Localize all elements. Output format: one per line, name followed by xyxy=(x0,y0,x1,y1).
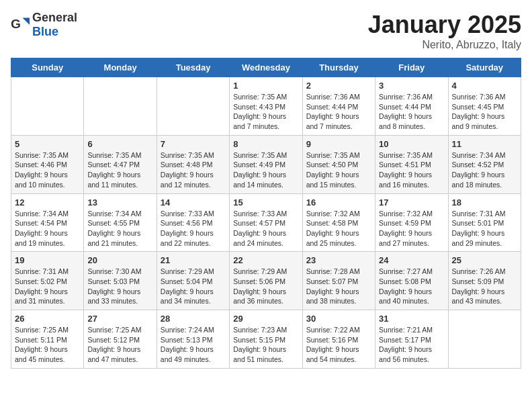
calendar-table: SundayMondayTuesdayWednesdayThursdayFrid… xyxy=(11,58,521,369)
calendar-day-22: 22Sunrise: 7:29 AMSunset: 5:06 PMDayligh… xyxy=(230,252,302,310)
calendar-day-4: 4Sunrise: 7:36 AMSunset: 4:45 PMDaylight… xyxy=(448,77,521,136)
day-number: 22 xyxy=(233,255,298,265)
title-area: January 2025 Nerito, Abruzzo, Italy xyxy=(368,11,521,51)
day-info: Sunrise: 7:36 AMSunset: 4:44 PMDaylight:… xyxy=(306,92,371,132)
day-info: Sunrise: 7:33 AMSunset: 4:57 PMDaylight:… xyxy=(233,209,298,248)
day-number: 5 xyxy=(15,139,80,149)
weekday-header-friday: Friday xyxy=(375,58,448,77)
day-info: Sunrise: 7:25 AMSunset: 5:12 PMDaylight:… xyxy=(87,325,152,365)
calendar-empty-cell xyxy=(448,310,521,369)
day-info: Sunrise: 7:31 AMSunset: 5:01 PMDaylight:… xyxy=(452,209,517,248)
calendar-day-16: 16Sunrise: 7:32 AMSunset: 4:58 PMDayligh… xyxy=(302,193,375,252)
day-number: 25 xyxy=(452,255,517,265)
day-info: Sunrise: 7:36 AMSunset: 4:45 PMDaylight:… xyxy=(452,92,517,132)
calendar-day-14: 14Sunrise: 7:33 AMSunset: 4:56 PMDayligh… xyxy=(157,193,229,252)
day-info: Sunrise: 7:33 AMSunset: 4:56 PMDaylight:… xyxy=(161,209,226,248)
logo-icon: G xyxy=(11,15,30,34)
svg-marker-1 xyxy=(23,18,30,26)
day-info: Sunrise: 7:32 AMSunset: 4:59 PMDaylight:… xyxy=(379,209,444,248)
calendar-day-30: 30Sunrise: 7:22 AMSunset: 5:16 PMDayligh… xyxy=(302,310,375,369)
weekday-header-sunday: Sunday xyxy=(11,58,84,77)
day-number: 6 xyxy=(87,139,152,149)
calendar-day-26: 26Sunrise: 7:25 AMSunset: 5:11 PMDayligh… xyxy=(11,310,84,369)
logo: G General Blue xyxy=(11,11,77,39)
day-number: 17 xyxy=(379,197,444,208)
day-info: Sunrise: 7:29 AMSunset: 5:06 PMDaylight:… xyxy=(233,267,298,306)
calendar-week-row: 26Sunrise: 7:25 AMSunset: 5:11 PMDayligh… xyxy=(11,310,521,369)
day-number: 1 xyxy=(233,81,298,91)
day-info: Sunrise: 7:34 AMSunset: 4:55 PMDaylight:… xyxy=(87,209,152,248)
calendar-empty-cell xyxy=(84,77,157,136)
month-title: January 2025 xyxy=(368,11,521,39)
weekday-header-row: SundayMondayTuesdayWednesdayThursdayFrid… xyxy=(11,58,521,77)
day-info: Sunrise: 7:35 AMSunset: 4:46 PMDaylight:… xyxy=(15,150,80,190)
day-info: Sunrise: 7:27 AMSunset: 5:08 PMDaylight:… xyxy=(379,267,444,306)
calendar-day-5: 5Sunrise: 7:35 AMSunset: 4:46 PMDaylight… xyxy=(11,135,84,193)
day-number: 19 xyxy=(15,255,80,265)
day-number: 8 xyxy=(233,139,298,149)
day-info: Sunrise: 7:28 AMSunset: 5:07 PMDaylight:… xyxy=(306,267,371,306)
day-info: Sunrise: 7:25 AMSunset: 5:11 PMDaylight:… xyxy=(15,325,80,365)
calendar-day-15: 15Sunrise: 7:33 AMSunset: 4:57 PMDayligh… xyxy=(230,193,302,252)
weekday-header-tuesday: Tuesday xyxy=(157,58,229,77)
calendar-day-29: 29Sunrise: 7:23 AMSunset: 5:15 PMDayligh… xyxy=(230,310,302,369)
day-number: 21 xyxy=(161,255,226,265)
day-info: Sunrise: 7:31 AMSunset: 5:02 PMDaylight:… xyxy=(15,267,80,306)
day-number: 28 xyxy=(161,314,226,324)
calendar-week-row: 19Sunrise: 7:31 AMSunset: 5:02 PMDayligh… xyxy=(11,252,521,310)
day-number: 26 xyxy=(15,314,80,324)
day-number: 4 xyxy=(452,81,517,91)
day-info: Sunrise: 7:34 AMSunset: 4:54 PMDaylight:… xyxy=(15,209,80,248)
calendar-day-23: 23Sunrise: 7:28 AMSunset: 5:07 PMDayligh… xyxy=(302,252,375,310)
calendar-day-12: 12Sunrise: 7:34 AMSunset: 4:54 PMDayligh… xyxy=(11,193,84,252)
day-number: 30 xyxy=(306,314,371,324)
day-number: 7 xyxy=(161,139,226,149)
day-info: Sunrise: 7:29 AMSunset: 5:04 PMDaylight:… xyxy=(161,267,226,306)
day-number: 18 xyxy=(452,197,517,208)
calendar-day-9: 9Sunrise: 7:35 AMSunset: 4:50 PMDaylight… xyxy=(302,135,375,193)
day-number: 15 xyxy=(233,197,298,208)
day-number: 9 xyxy=(306,139,371,149)
calendar-empty-cell xyxy=(157,77,229,136)
day-info: Sunrise: 7:24 AMSunset: 5:13 PMDaylight:… xyxy=(161,325,226,365)
calendar-day-7: 7Sunrise: 7:35 AMSunset: 4:48 PMDaylight… xyxy=(157,135,229,193)
calendar-day-27: 27Sunrise: 7:25 AMSunset: 5:12 PMDayligh… xyxy=(84,310,157,369)
weekday-header-thursday: Thursday xyxy=(302,58,375,77)
day-number: 11 xyxy=(452,139,517,149)
weekday-header-wednesday: Wednesday xyxy=(230,58,302,77)
location-title: Nerito, Abruzzo, Italy xyxy=(368,39,521,51)
calendar-week-row: 12Sunrise: 7:34 AMSunset: 4:54 PMDayligh… xyxy=(11,193,521,252)
calendar-day-3: 3Sunrise: 7:36 AMSunset: 4:44 PMDaylight… xyxy=(375,77,448,136)
calendar-day-18: 18Sunrise: 7:31 AMSunset: 5:01 PMDayligh… xyxy=(448,193,521,252)
calendar-day-25: 25Sunrise: 7:26 AMSunset: 5:09 PMDayligh… xyxy=(448,252,521,310)
calendar-day-17: 17Sunrise: 7:32 AMSunset: 4:59 PMDayligh… xyxy=(375,193,448,252)
calendar-day-13: 13Sunrise: 7:34 AMSunset: 4:55 PMDayligh… xyxy=(84,193,157,252)
day-number: 2 xyxy=(306,81,371,91)
day-number: 13 xyxy=(87,197,152,208)
day-number: 31 xyxy=(379,314,444,324)
calendar-day-8: 8Sunrise: 7:35 AMSunset: 4:49 PMDaylight… xyxy=(230,135,302,193)
day-info: Sunrise: 7:36 AMSunset: 4:44 PMDaylight:… xyxy=(379,92,444,132)
calendar-empty-cell xyxy=(11,77,84,136)
weekday-header-monday: Monday xyxy=(84,58,157,77)
calendar-day-24: 24Sunrise: 7:27 AMSunset: 5:08 PMDayligh… xyxy=(375,252,448,310)
calendar-day-31: 31Sunrise: 7:21 AMSunset: 5:17 PMDayligh… xyxy=(375,310,448,369)
calendar-day-10: 10Sunrise: 7:35 AMSunset: 4:51 PMDayligh… xyxy=(375,135,448,193)
svg-text:G: G xyxy=(11,17,21,31)
calendar-day-6: 6Sunrise: 7:35 AMSunset: 4:47 PMDaylight… xyxy=(84,135,157,193)
day-number: 12 xyxy=(15,197,80,208)
day-info: Sunrise: 7:34 AMSunset: 4:52 PMDaylight:… xyxy=(452,150,517,190)
day-info: Sunrise: 7:35 AMSunset: 4:50 PMDaylight:… xyxy=(306,150,371,190)
day-info: Sunrise: 7:30 AMSunset: 5:03 PMDaylight:… xyxy=(87,267,152,306)
calendar-week-row: 5Sunrise: 7:35 AMSunset: 4:46 PMDaylight… xyxy=(11,135,521,193)
day-number: 24 xyxy=(379,255,444,265)
day-info: Sunrise: 7:22 AMSunset: 5:16 PMDaylight:… xyxy=(306,325,371,365)
day-info: Sunrise: 7:21 AMSunset: 5:17 PMDaylight:… xyxy=(379,325,444,365)
day-info: Sunrise: 7:26 AMSunset: 5:09 PMDaylight:… xyxy=(452,267,517,306)
calendar-day-1: 1Sunrise: 7:35 AMSunset: 4:43 PMDaylight… xyxy=(230,77,302,136)
day-info: Sunrise: 7:35 AMSunset: 4:47 PMDaylight:… xyxy=(87,150,152,190)
calendar-day-2: 2Sunrise: 7:36 AMSunset: 4:44 PMDaylight… xyxy=(302,77,375,136)
day-number: 20 xyxy=(87,255,152,265)
day-number: 27 xyxy=(87,314,152,324)
day-number: 14 xyxy=(161,197,226,208)
